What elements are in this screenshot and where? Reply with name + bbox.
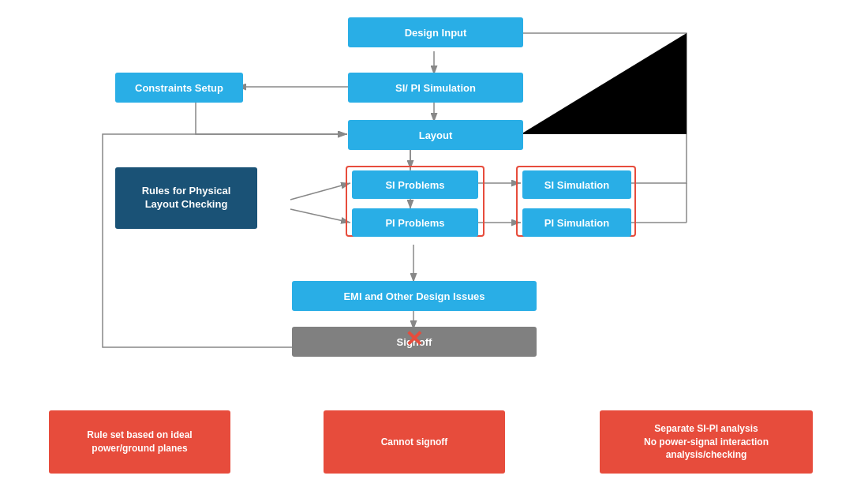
rules-physical-box: Rules for Physical Layout Checking xyxy=(115,167,257,229)
svg-line-8 xyxy=(290,183,350,200)
svg-line-9 xyxy=(290,209,350,223)
x-mark-icon: ✕ xyxy=(405,326,423,352)
diagram-container: Design Input SI/ PI Simulation Constrain… xyxy=(0,0,868,498)
pi-simulation-box: PI Simulation xyxy=(522,208,631,237)
si-simulation-box: SI Simulation xyxy=(522,170,631,199)
si-pi-simulation-main-box: SI/ PI Simulation xyxy=(348,73,523,103)
cannot-signoff-box: Cannot signoff xyxy=(324,410,505,474)
design-input-box: Design Input xyxy=(348,17,523,47)
rule-set-box: Rule set based on ideal power/ground pla… xyxy=(49,410,230,474)
si-problems-box: SI Problems xyxy=(352,170,478,199)
emi-issues-box: EMI and Other Design Issues xyxy=(292,281,537,311)
pi-problems-box: PI Problems xyxy=(352,208,478,237)
separate-si-pi-box: Separate SI-PI analysis No power-signal … xyxy=(600,410,813,474)
constraints-setup-box: Constraints Setup xyxy=(115,73,243,103)
layout-box: Layout xyxy=(348,120,523,150)
